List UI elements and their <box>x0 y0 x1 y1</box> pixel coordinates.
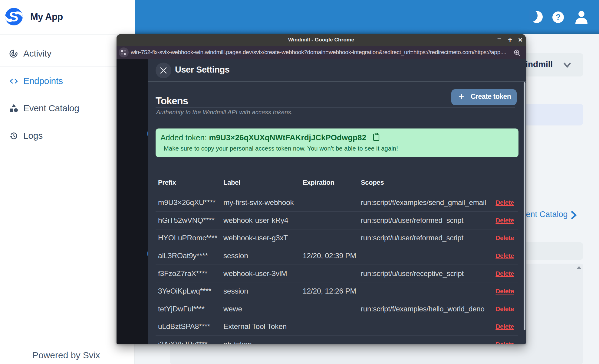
svg-text:?: ? <box>556 13 561 22</box>
svg-text:S: S <box>9 9 18 24</box>
